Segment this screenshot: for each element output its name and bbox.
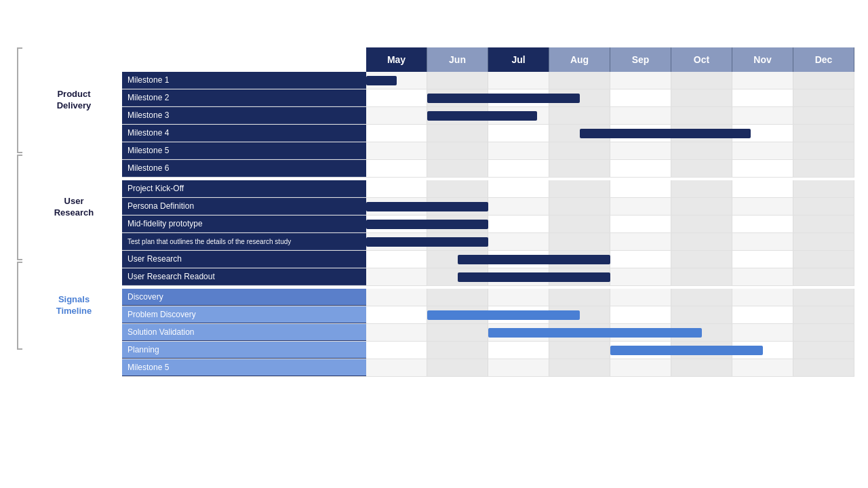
month-header-dec: Dec xyxy=(793,47,854,72)
gantt-cell xyxy=(488,125,549,142)
gantt-bar xyxy=(610,346,763,355)
gantt-cell xyxy=(793,359,854,376)
group-label-2: SignalsTimeline xyxy=(14,262,122,350)
gantt-cell xyxy=(488,142,549,159)
row-label: Milestone 2 xyxy=(122,89,366,106)
table-row: Solution Validation xyxy=(122,324,854,342)
gantt-cell xyxy=(793,125,854,142)
gantt-cell xyxy=(427,359,488,376)
gantt-cell xyxy=(671,251,732,268)
gantt-cells xyxy=(366,198,854,215)
gantt-cell xyxy=(549,359,610,376)
gantt-cell xyxy=(732,251,793,268)
gantt-bar xyxy=(366,202,488,211)
gantt-bar xyxy=(458,272,610,282)
gantt-cell xyxy=(488,180,549,197)
gantt-cells xyxy=(366,216,854,232)
gantt-cell xyxy=(732,289,793,306)
table-row: Planning xyxy=(122,342,854,359)
gantt-cell xyxy=(671,142,732,159)
gantt-cell xyxy=(549,180,610,197)
table-row: User Research xyxy=(122,251,854,268)
gantt-bar xyxy=(458,255,610,264)
gantt-cell xyxy=(366,359,427,376)
gantt-bar xyxy=(580,129,751,138)
gantt-cell xyxy=(610,359,671,376)
gantt-cell xyxy=(610,233,671,250)
gantt-cell xyxy=(732,198,793,215)
gantt-cell xyxy=(366,268,427,285)
table-row: Problem Discovery xyxy=(122,306,854,324)
gantt-cell xyxy=(427,125,488,142)
group-bracket-0 xyxy=(17,47,22,153)
gantt-cell xyxy=(793,89,854,106)
gantt-cell xyxy=(366,125,427,142)
gantt-cells xyxy=(366,342,854,359)
gantt-cells xyxy=(366,359,854,376)
table-row: Milestone 5 xyxy=(122,142,854,160)
row-label: Planning xyxy=(122,342,366,359)
gantt-cell xyxy=(732,324,793,341)
gantt-cell xyxy=(732,233,793,250)
row-label: Problem Discovery xyxy=(122,306,366,323)
gantt-cell xyxy=(549,160,610,177)
gantt-cells xyxy=(366,180,854,197)
gantt-cell xyxy=(427,160,488,177)
gantt-cell xyxy=(793,268,854,285)
gantt-cell xyxy=(671,306,732,323)
gantt-bar xyxy=(427,94,580,103)
month-header-nov: Nov xyxy=(732,47,793,72)
gantt-cell xyxy=(488,342,549,359)
gantt-cell xyxy=(610,180,671,197)
row-label: Project Kick-Off xyxy=(122,180,366,197)
gantt-bar xyxy=(488,328,702,338)
gantt-cell xyxy=(610,89,671,106)
gantt-cell xyxy=(732,268,793,285)
group-label-text-0: ProductDelivery xyxy=(14,89,122,112)
gantt-cell xyxy=(793,251,854,268)
gantt-cell xyxy=(427,142,488,159)
gantt-cell xyxy=(671,233,732,250)
gantt-cell xyxy=(610,72,671,89)
gantt-cell xyxy=(793,107,854,124)
group-bracket-1 xyxy=(17,155,22,260)
gantt-cell xyxy=(610,142,671,159)
gantt-cell xyxy=(732,216,793,232)
gantt-cell xyxy=(549,107,610,124)
gantt-cell xyxy=(427,324,488,341)
gantt-cell xyxy=(366,180,427,197)
row-label: Persona Definition xyxy=(122,198,366,215)
gantt-cell xyxy=(366,324,427,341)
row-label: Milestone 6 xyxy=(122,160,366,177)
gantt-cell xyxy=(549,198,610,215)
gantt-cell xyxy=(610,216,671,232)
row-label: Milestone 4 xyxy=(122,125,366,142)
gantt-cell xyxy=(366,142,427,159)
gantt-cells xyxy=(366,233,854,250)
gantt-cell xyxy=(732,359,793,376)
gantt-cell xyxy=(793,306,854,323)
gantt-cell xyxy=(671,160,732,177)
gantt-cell xyxy=(610,198,671,215)
gantt-cell xyxy=(427,342,488,359)
gantt-cell xyxy=(366,289,427,306)
gantt-cell xyxy=(793,142,854,159)
gantt-cell xyxy=(732,89,793,106)
gantt-cell xyxy=(366,306,427,323)
gantt-cell xyxy=(488,233,549,250)
gantt-cell xyxy=(732,142,793,159)
group-label-text-1: UserResearch xyxy=(14,196,122,219)
rows-container: Milestone 1Milestone 2Milestone 3Milesto… xyxy=(122,72,854,377)
gantt-cells xyxy=(366,160,854,177)
row-label-header xyxy=(122,47,366,72)
gantt-cell xyxy=(793,160,854,177)
gantt-cell xyxy=(610,160,671,177)
gantt-cell xyxy=(610,289,671,306)
row-label: Milestone 5 xyxy=(122,142,366,159)
gantt-cell xyxy=(610,107,671,124)
gantt-cell xyxy=(488,289,549,306)
table-row: Milestone 4 xyxy=(122,125,854,142)
gantt-bar xyxy=(427,111,537,121)
gantt-cells xyxy=(366,142,854,159)
gantt-cell xyxy=(549,216,610,232)
